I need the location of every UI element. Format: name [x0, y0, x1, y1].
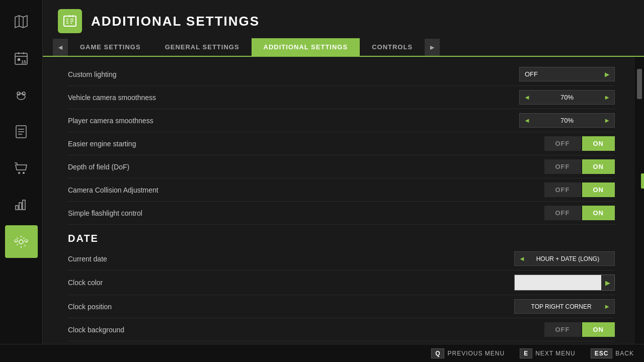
page-title: ADDITIONAL SETTINGS — [91, 14, 260, 29]
action-previous-menu: Q PREVIOUS MENU — [431, 348, 505, 358]
action-back: ESC BACK — [591, 348, 634, 358]
setting-clock-background: Clock background OFF ON — [68, 318, 615, 341]
setting-current-date: Current date ◄ HOUR + DATE (LONG) — [68, 247, 615, 270]
sidebar-item-map[interactable] — [5, 5, 38, 38]
sidebar-item-tasks[interactable] — [5, 115, 38, 148]
dropdown-clock-position[interactable]: TOP RIGHT CORNER ► — [514, 299, 615, 314]
sidebar-item-shop[interactable] — [5, 152, 38, 185]
svg-text:15: 15 — [21, 59, 26, 64]
action-next-menu: E NEXT MENU — [520, 348, 575, 358]
sidebar-item-calendar[interactable]: 15 — [5, 42, 38, 74]
label-back: BACK — [615, 350, 634, 357]
nav-left-arrow[interactable] — [515, 304, 523, 310]
setting-camera-collision: Camera Collision Adjustment OFF ON — [68, 178, 615, 202]
setting-label-dof: Depth of field (DoF) — [68, 163, 229, 171]
control-clock-position[interactable]: TOP RIGHT CORNER ► — [514, 299, 615, 314]
svg-point-8 — [23, 172, 25, 174]
setting-player-camera: Player camera smoothness ◄ 70% ► — [68, 109, 615, 132]
color-swatch — [515, 275, 601, 290]
tab-next-button[interactable]: ► — [425, 39, 440, 56]
setting-clock-color: Clock color ▶ — [68, 270, 615, 295]
svg-rect-1 — [18, 58, 20, 61]
nav-left-arrow[interactable]: ◄ — [520, 90, 534, 104]
header-icon — [58, 9, 82, 33]
toggle-off-dof[interactable]: OFF — [544, 159, 581, 174]
nav-left-arrow[interactable]: ◄ — [515, 252, 529, 265]
key-q: Q — [431, 348, 444, 358]
control-clock-background[interactable]: OFF ON — [544, 322, 615, 337]
setting-label-player-camera: Player camera smoothness — [68, 117, 229, 125]
svg-point-7 — [18, 172, 20, 174]
bottom-bar: Q PREVIOUS MENU E NEXT MENU ESC BACK — [43, 344, 644, 362]
nav-right-arrow[interactable]: ► — [600, 114, 614, 127]
setting-dof: Depth of field (DoF) OFF ON — [68, 155, 615, 178]
setting-label-camera-collision: Camera Collision Adjustment — [68, 186, 229, 194]
key-esc: ESC — [591, 348, 613, 358]
tab-controls[interactable]: CONTROLS — [360, 38, 425, 57]
color-arrow-icon: ▶ — [601, 279, 614, 287]
sidebar-item-stats[interactable] — [5, 189, 38, 221]
control-flashlight[interactable]: OFF ON — [544, 206, 615, 220]
setting-flashlight: Simple flashlight control OFF ON — [68, 202, 615, 225]
tab-game-settings[interactable]: GAME SETTINGS — [68, 38, 153, 57]
date-section-header: DATE — [68, 225, 615, 247]
content-area: Custom lighting OFF ▶ Vehicle camera smo… — [43, 57, 644, 362]
dropdown-current-date[interactable]: ◄ HOUR + DATE (LONG) — [514, 251, 615, 266]
nav-right-arrow[interactable]: ► — [600, 300, 614, 313]
label-next-menu: NEXT MENU — [535, 350, 575, 357]
tab-additional-settings[interactable]: ADDITIONAL SETTINGS — [252, 38, 360, 57]
setting-custom-lighting: Custom lighting OFF ▶ — [68, 63, 615, 86]
toggle-on-easier-engine[interactable]: ON — [582, 136, 615, 151]
control-easier-engine[interactable]: OFF ON — [544, 136, 615, 151]
toggle-on-flashlight[interactable]: ON — [582, 206, 615, 220]
setting-label-clock-position: Clock position — [68, 303, 229, 311]
setting-easier-engine: Easier engine starting OFF ON — [68, 132, 615, 155]
control-player-camera[interactable]: ◄ 70% ► — [519, 113, 615, 128]
setting-clock-position: Clock position TOP RIGHT CORNER ► — [68, 295, 615, 318]
tab-prev-button[interactable]: ◄ — [53, 39, 68, 56]
setting-label-clock-color: Clock color — [68, 279, 229, 287]
scroll-bar — [635, 57, 644, 362]
dropdown-player-camera[interactable]: ◄ 70% ► — [519, 113, 615, 128]
dropdown-custom-lighting[interactable]: OFF ▶ — [519, 67, 615, 81]
page-header: ADDITIONAL SETTINGS — [43, 0, 644, 38]
toggle-off-camera-collision[interactable]: OFF — [544, 183, 581, 197]
sidebar-item-settings[interactable] — [5, 225, 38, 258]
control-current-date[interactable]: ◄ HOUR + DATE (LONG) — [514, 251, 615, 266]
setting-label-clock-background: Clock background — [68, 326, 229, 334]
color-picker-clock[interactable]: ▶ — [514, 275, 615, 291]
sidebar-item-animals[interactable] — [5, 78, 38, 111]
key-e: E — [520, 348, 532, 358]
tab-general-settings[interactable]: GENERAL SETTINGS — [153, 38, 252, 57]
setting-label-current-date: Current date — [68, 255, 229, 263]
toggle-on-clock-background[interactable]: ON — [582, 322, 615, 337]
nav-left-arrow[interactable]: ◄ — [520, 114, 534, 127]
setting-label-vehicle-camera: Vehicle camera smoothness — [68, 94, 229, 102]
setting-label-flashlight: Simple flashlight control — [68, 209, 229, 217]
svg-point-9 — [19, 240, 23, 244]
settings-panel: Custom lighting OFF ▶ Vehicle camera smo… — [43, 57, 635, 362]
toggle-on-dof[interactable]: ON — [582, 159, 615, 174]
main-content: ADDITIONAL SETTINGS ◄ GAME SETTINGS GENE… — [43, 0, 644, 362]
setting-vehicle-camera: Vehicle camera smoothness ◄ 70% ► — [68, 86, 615, 109]
svg-rect-12 — [64, 16, 76, 26]
control-clock-color[interactable]: ▶ — [514, 275, 615, 291]
label-previous-menu: PREVIOUS MENU — [447, 350, 505, 357]
nav-right-arrow[interactable] — [606, 256, 614, 262]
control-vehicle-camera[interactable]: ◄ 70% ► — [519, 90, 615, 105]
control-custom-lighting[interactable]: OFF ▶ — [519, 67, 615, 81]
dropdown-arrow: ▶ — [605, 71, 609, 78]
toggle-off-easier-engine[interactable]: OFF — [544, 136, 581, 151]
control-dof[interactable]: OFF ON — [544, 159, 615, 174]
toggle-off-clock-background[interactable]: OFF — [544, 322, 581, 337]
control-camera-collision[interactable]: OFF ON — [544, 183, 615, 197]
svg-point-3 — [17, 94, 25, 100]
toggle-off-flashlight[interactable]: OFF — [544, 206, 581, 220]
scroll-thumb[interactable] — [637, 69, 642, 99]
sidebar: 15 — [0, 0, 43, 362]
tab-bar: ◄ GAME SETTINGS GENERAL SETTINGS ADDITIO… — [43, 38, 644, 57]
toggle-on-camera-collision[interactable]: ON — [582, 183, 615, 197]
setting-label-easier-engine: Easier engine starting — [68, 140, 229, 148]
nav-right-arrow[interactable]: ► — [600, 90, 614, 104]
dropdown-vehicle-camera[interactable]: ◄ 70% ► — [519, 90, 615, 105]
